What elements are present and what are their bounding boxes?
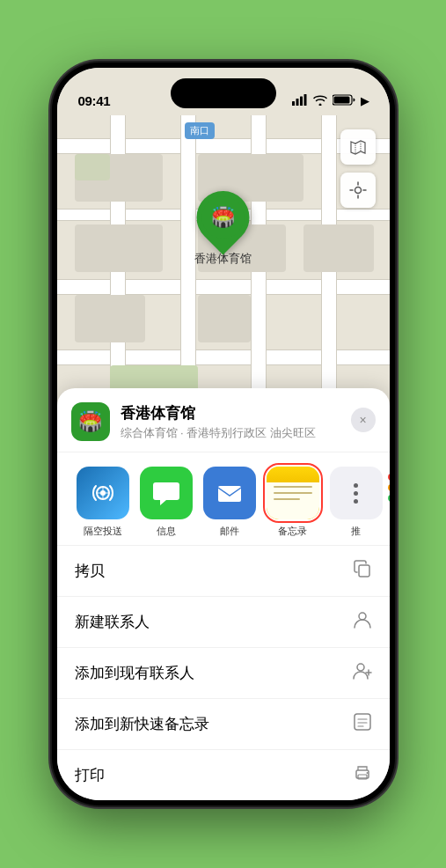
more-icon	[330, 467, 383, 519]
more-dots-icon	[354, 483, 358, 504]
copy-label: 拷贝	[75, 561, 105, 581]
status-time: 09:41	[78, 93, 111, 108]
svg-point-16	[366, 772, 368, 774]
dynamic-island	[171, 78, 276, 108]
share-row: 隔空投送 信息	[57, 452, 390, 546]
message-icon	[140, 467, 193, 519]
close-button[interactable]: ×	[351, 408, 376, 432]
sheet-title: 香港体育馆	[121, 403, 316, 423]
share-airdrop[interactable]: 隔空投送	[71, 467, 135, 538]
svg-rect-10	[359, 565, 369, 577]
print-action[interactable]: 打印	[57, 750, 390, 800]
add-contact-action[interactable]: 添加到现有联系人	[57, 648, 390, 699]
sheet-subtitle: 综合体育馆 · 香港特别行政区 油尖旺区	[121, 425, 316, 441]
location-pin: 🏟️ 香港体育馆	[194, 191, 252, 267]
location-button[interactable]	[340, 173, 376, 208]
status-icons: ▶	[292, 94, 369, 108]
svg-rect-1	[296, 99, 298, 106]
share-notes[interactable]: 备忘录	[261, 467, 325, 538]
map-entrance-label: 南口	[185, 122, 215, 139]
map-controls	[340, 129, 376, 215]
airdrop-label: 隔空投送	[84, 525, 122, 538]
copy-icon	[353, 559, 372, 583]
person-icon	[353, 610, 372, 634]
share-mail[interactable]: 邮件	[198, 467, 261, 538]
venue-icon: 🏟️	[71, 402, 110, 441]
share-messages[interactable]: 信息	[135, 467, 198, 538]
quick-note-label: 添加到新快速备忘录	[75, 714, 209, 734]
sheet-info: 香港体育馆 综合体育馆 · 香港特别行政区 油尖旺区	[121, 403, 316, 441]
signal-icon	[292, 94, 308, 108]
mail-label: 邮件	[220, 525, 239, 538]
svg-rect-0	[292, 101, 295, 106]
bottom-sheet: 🏟️ 香港体育馆 综合体育馆 · 香港特别行政区 油尖旺区 ×	[57, 388, 390, 800]
note-icon	[353, 712, 372, 736]
quick-note-action[interactable]: 添加到新快速备忘录	[57, 699, 390, 750]
more-label: 推	[351, 525, 361, 538]
svg-rect-9	[218, 486, 241, 502]
location-arrow-icon: ▶	[361, 95, 369, 107]
svg-point-8	[100, 490, 106, 496]
airdrop-icon	[77, 467, 129, 519]
notes-app-icon	[267, 467, 319, 519]
phone-screen: 09:41	[57, 68, 390, 800]
share-more[interactable]: 推	[325, 467, 388, 538]
sheet-header: 🏟️ 香港体育馆 综合体育馆 · 香港特别行政区 油尖旺区 ×	[57, 388, 390, 452]
svg-rect-5	[333, 97, 349, 104]
action-list: 拷贝 新建联系人	[57, 546, 390, 800]
svg-point-6	[355, 188, 361, 194]
wifi-icon	[313, 94, 327, 108]
printer-icon	[353, 763, 372, 787]
messages-label: 信息	[157, 525, 176, 538]
map-type-button[interactable]	[340, 129, 376, 165]
battery-icon	[333, 94, 355, 108]
svg-point-11	[359, 613, 366, 620]
notes-label: 备忘录	[278, 525, 307, 538]
copy-action[interactable]: 拷贝	[57, 546, 390, 597]
svg-rect-13	[355, 714, 370, 730]
person-add-icon	[353, 661, 372, 685]
add-contact-label: 添加到现有联系人	[75, 663, 194, 683]
svg-rect-2	[300, 97, 303, 107]
new-contact-action[interactable]: 新建联系人	[57, 597, 390, 648]
phone-frame: 09:41	[52, 63, 395, 805]
print-label: 打印	[75, 765, 105, 785]
svg-rect-3	[303, 94, 306, 106]
new-contact-label: 新建联系人	[75, 612, 150, 632]
svg-point-12	[357, 664, 364, 671]
mail-icon	[203, 467, 256, 519]
